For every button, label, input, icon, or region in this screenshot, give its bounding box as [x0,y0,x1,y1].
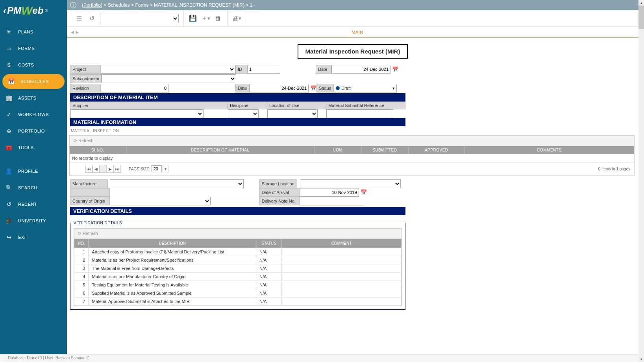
pagesize-input[interactable] [152,165,162,172]
matref-input[interactable] [326,109,393,118]
tab-next-icon[interactable]: ▶ [76,30,79,34]
section-desc: DESCRIPTION OF MATERIAL ITEM [70,93,405,102]
breadcrumb-path: > Schedules > Forms > MATERIAL INSPECTIO… [102,2,255,8]
project-select[interactable] [101,65,235,74]
table-row[interactable]: 4Material is as per Manufacturer Country… [74,273,402,281]
sidebar-item-plans[interactable]: ☀PLANS [0,24,67,40]
col-header[interactable]: DESCRIPTION [89,239,256,248]
sidebar-item-tools[interactable]: 🧰TOOLS [0,139,67,156]
sidebar-item-assets[interactable]: 🏢ASSETS [0,90,67,106]
sidebar-item-costs[interactable]: $COSTS [0,57,67,73]
delivery-label: Delivery Note No. [259,197,300,205]
search-icon: 🔍 [6,184,13,191]
storage-select[interactable] [300,179,401,188]
sidebar-item-workflows[interactable]: ✓WORKFLOWS [0,106,67,123]
sidebar-item-recent[interactable]: ↺RECENT [0,196,67,212]
table-row[interactable]: 1Attached copy of Proforma Invoice (PI)/… [74,248,402,256]
add-icon[interactable]: ＋▾ [201,14,210,23]
sidebar-item-search[interactable]: 🔍SEARCH [0,179,67,196]
pagesize-dropdown-icon[interactable]: ▾ [163,166,168,172]
refresh-icon[interactable]: ⟳ [74,138,78,143]
refresh-icon[interactable]: ⟳ [78,231,83,236]
id-input[interactable] [247,65,280,74]
date-label: Date [316,65,331,74]
pager-page [100,165,107,173]
info-icon[interactable]: i [70,2,76,8]
col-header[interactable]: COMMENTS [464,146,634,154]
sidebar-item-profile[interactable]: 👤PROFILE [0,163,67,179]
table-row[interactable]: 5Testing Equipment for Material Testing … [74,281,402,289]
col-header[interactable]: SUBMITTED [361,146,408,154]
calendar-icon[interactable]: 📅 [392,66,398,72]
calendar-icon[interactable]: 📅 [361,189,367,195]
revision-input[interactable] [101,84,168,92]
discipline-label: Discipline [228,102,267,109]
project-label: Project [70,65,101,74]
sidebar-item-university[interactable]: 🎓UNIVERSITY [0,212,67,229]
col-header[interactable]: COMMENT [281,239,401,248]
revision-label: Revision [70,84,101,92]
calendar-icon[interactable]: 📅 [310,85,316,91]
discipline-select[interactable] [228,109,259,118]
supplier-select[interactable] [70,109,204,118]
toolbar-select[interactable] [100,14,179,23]
col-header[interactable]: SI NO. [70,146,126,154]
recent-icon: ↺ [6,201,13,208]
grid-empty-msg: No records to display. [70,154,634,163]
forms-icon: ▭ [6,45,13,52]
university-icon: 🎓 [6,217,13,224]
tab-prev-icon[interactable]: ◀ [71,30,74,34]
scroll-up-icon[interactable]: ▴ [638,0,644,6]
rev-date-label: Date [235,84,250,92]
date-input[interactable] [331,65,390,74]
col-header[interactable]: APPROVED [408,146,464,154]
location-label: Location of Use [267,102,326,109]
status-radio-icon [336,86,340,90]
content: ◀ ▶ MAIN Material Inspection Request (MI… [67,27,638,353]
subcontractor-select[interactable] [102,74,236,83]
pager-next-icon[interactable]: ▶ [107,165,114,173]
status-label: Status [316,84,334,92]
delete-icon[interactable]: 🗑 [214,14,222,23]
pager-prev-icon[interactable]: ◀ [93,165,100,173]
scroll-down-icon[interactable]: ▾ [638,356,644,362]
delivery-input[interactable] [300,197,363,205]
storage-label: Storage Location [259,179,297,188]
pager-first-icon[interactable]: ⏮ [85,165,93,173]
save-icon[interactable]: 💾 [189,14,197,23]
col-header[interactable]: UOM [314,146,361,154]
sidebar-item-forms[interactable]: ▭FORMS [0,40,67,57]
arrival-input[interactable] [300,188,359,197]
sidebar-item-portfolio[interactable]: ⊕PORTFOLIO [0,123,67,139]
origin-select[interactable] [110,197,211,205]
location-select[interactable] [267,109,318,118]
schedules-icon: 📅 [8,78,15,85]
manufacture-select[interactable] [110,179,244,188]
sidebar-item-exit[interactable]: ↪EXIT [0,229,67,246]
matinfo-subtitle: MATERIAL INSPECTION [70,126,638,135]
sidebar-item-schedules[interactable]: 📅SCHEDULES [2,74,65,89]
table-row[interactable]: 2Material is as per Project Requirement/… [74,256,402,264]
scrollbar-vertical[interactable]: ▴ ▾ [638,0,644,362]
list-icon[interactable]: ☰ [75,14,83,23]
status-select[interactable]: Draft ▾ [334,84,397,92]
col-header[interactable]: STATUS [256,239,282,248]
col-header[interactable]: DESCRIPTION OF MATERIAL [126,146,314,154]
history-icon[interactable]: ↺ [87,14,96,23]
sidebar-item-label: UNIVERSITY [18,218,46,223]
table-row[interactable]: 7Material Approved Submittal is Attached… [74,297,402,306]
table-row[interactable]: 6Supplied Material is as Approved Submit… [74,289,402,297]
col-header[interactable]: NO. [74,239,89,248]
scroll-thumb[interactable] [638,6,644,29]
toolbar: ☰ ↺ 💾 ＋▾ 🗑 🖨▾ [67,10,638,27]
rev-date-input[interactable] [250,84,309,92]
table-row[interactable]: 3The Material is Free from Damage/Defect… [74,264,402,273]
print-icon[interactable]: 🖨▾ [232,14,241,23]
tab-main[interactable]: MAIN [352,30,363,35]
breadcrumb-portfolio[interactable]: (Portfolio) [82,2,102,8]
footer-status: Database: Demo70 | User: Bassam SammanZ [0,354,638,362]
refresh-button[interactable]: Refresh [78,138,94,143]
app-logo: ‹PMWeb® [0,0,67,21]
refresh-button[interactable]: Refresh [83,231,98,236]
pager-last-icon[interactable]: ⏭ [114,165,121,173]
